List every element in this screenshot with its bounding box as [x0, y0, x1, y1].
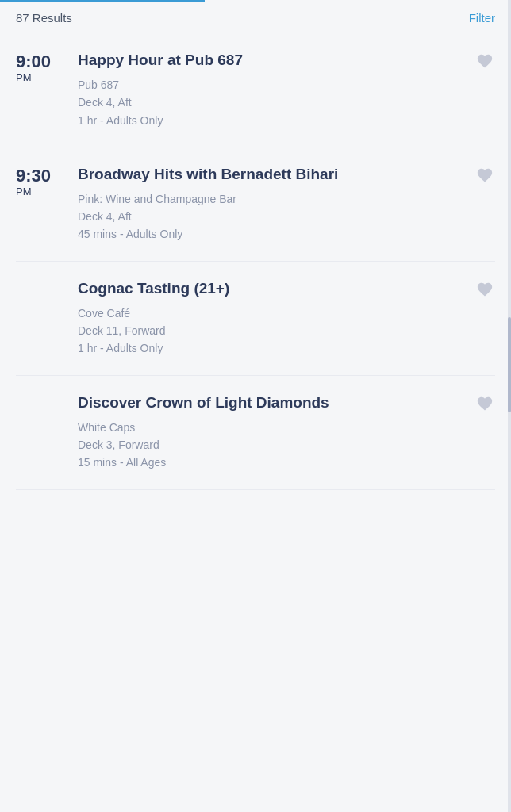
event-time — [16, 393, 71, 395]
event-meta: Pink: Wine and Champagne BarDeck 4, Aft4… — [78, 190, 495, 243]
time-period: PM — [16, 71, 32, 83]
event-title: Cognac Tasting (21+) — [78, 279, 495, 298]
scrollbar-thumb — [508, 317, 511, 412]
header: 87 Results Filter — [0, 0, 511, 33]
event-time: 9:00PM — [16, 51, 71, 83]
filter-button[interactable]: Filter — [469, 11, 495, 25]
event-list: 9:00PMHappy Hour at Pub 687Pub 687Deck 4… — [0, 33, 511, 490]
event-item: 9:30PMBroadway Hits with Bernadett Bihar… — [16, 147, 495, 262]
event-details: Happy Hour at Pub 687Pub 687Deck 4, Aft1… — [71, 51, 495, 129]
event-item: Discover Crown of Light DiamondsWhite Ca… — [16, 376, 495, 490]
results-count: 87 Results — [16, 11, 72, 25]
event-title: Happy Hour at Pub 687 — [78, 51, 495, 70]
event-details: Broadway Hits with Bernadett BihariPink:… — [71, 165, 495, 243]
favorite-button[interactable] — [474, 51, 495, 71]
time-hour: 9:00 — [16, 52, 51, 71]
event-time — [16, 279, 71, 281]
event-meta: Cove CaféDeck 11, Forward1 hr - Adults O… — [78, 304, 495, 358]
progress-bar — [0, 0, 205, 2]
event-title: Discover Crown of Light Diamonds — [78, 393, 495, 412]
scrollbar — [508, 0, 511, 812]
time-period: PM — [16, 186, 32, 197]
event-title: Broadway Hits with Bernadett Bihari — [78, 165, 495, 184]
favorite-button[interactable] — [474, 393, 495, 414]
favorite-button[interactable] — [474, 279, 495, 300]
event-item: Cognac Tasting (21+)Cove CaféDeck 11, Fo… — [16, 262, 495, 376]
time-hour: 9:30 — [16, 167, 51, 186]
event-details: Cognac Tasting (21+)Cove CaféDeck 11, Fo… — [71, 279, 495, 358]
event-item: 9:00PMHappy Hour at Pub 687Pub 687Deck 4… — [16, 33, 495, 147]
event-details: Discover Crown of Light DiamondsWhite Ca… — [71, 393, 495, 472]
event-meta: Pub 687Deck 4, Aft1 hr - Adults Only — [78, 76, 495, 129]
event-meta: White CapsDeck 3, Forward15 mins - All A… — [78, 419, 495, 472]
favorite-button[interactable] — [474, 165, 495, 186]
event-time: 9:30PM — [16, 165, 71, 197]
